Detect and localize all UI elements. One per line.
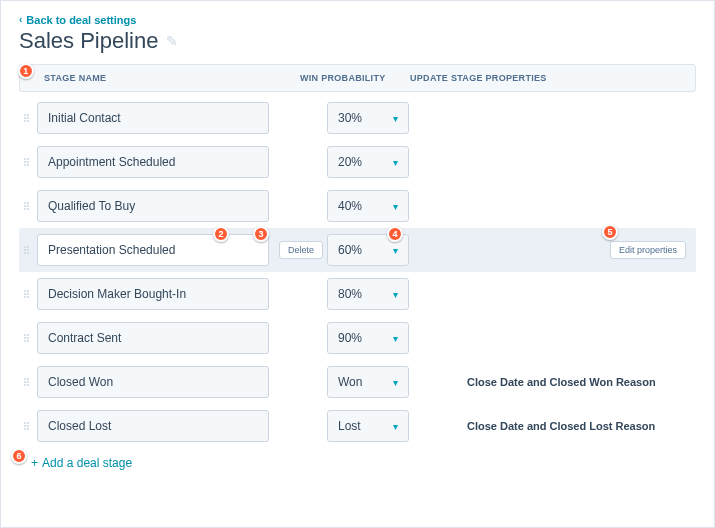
win-probability-value: 20% (338, 155, 362, 169)
stage-name-input[interactable]: Appointment Scheduled (37, 146, 269, 178)
win-probability-select[interactable]: 40%▾ (327, 190, 409, 222)
column-header-win-probability: WIN PROBABILITY (300, 73, 410, 83)
win-probability-value: 90% (338, 331, 362, 345)
column-header-stage-name: STAGE NAME (30, 73, 300, 83)
stage-name-input[interactable]: Initial Contact (37, 102, 269, 134)
win-probability-select[interactable]: 80%▾ (327, 278, 409, 310)
callout-5: 5 (602, 224, 618, 240)
back-link-text: Back to deal settings (26, 14, 136, 26)
callout-1: 1 (18, 63, 34, 79)
drag-handle-icon[interactable] (19, 378, 31, 386)
stage-row: Closed WonWon▾Close Date and Closed Won … (19, 360, 696, 404)
chevron-down-icon: ▾ (393, 157, 398, 168)
update-stage-properties-text: Close Date and Closed Lost Reason (437, 420, 655, 432)
win-probability-value: 40% (338, 199, 362, 213)
chevron-down-icon: ▾ (393, 289, 398, 300)
stage-row: Closed LostLost▾Close Date and Closed Lo… (19, 404, 696, 448)
chevron-down-icon: ▾ (393, 113, 398, 124)
callout-3: 3 (253, 226, 269, 242)
delete-stage-button[interactable]: Delete (279, 241, 323, 259)
add-deal-stage-link[interactable]: + Add a deal stage (31, 456, 132, 470)
stage-row: Initial Contact30%▾ (19, 96, 696, 140)
plus-icon: + (31, 456, 38, 470)
chevron-down-icon: ▾ (393, 333, 398, 344)
stage-row: Appointment Scheduled20%▾ (19, 140, 696, 184)
win-probability-value: 30% (338, 111, 362, 125)
chevron-left-icon: ‹ (19, 14, 22, 25)
drag-handle-icon[interactable] (19, 334, 31, 342)
drag-handle-icon[interactable] (19, 246, 31, 254)
win-probability-select[interactable]: Lost▾ (327, 410, 409, 442)
drag-handle-icon[interactable] (19, 158, 31, 166)
stage-row: Presentation Scheduled2Delete360%▾4Edit … (19, 228, 696, 272)
stage-name-input[interactable]: Closed Won (37, 366, 269, 398)
win-probability-select[interactable]: 90%▾ (327, 322, 409, 354)
win-probability-select[interactable]: Won▾ (327, 366, 409, 398)
callout-2: 2 (213, 226, 229, 242)
add-deal-stage-text: Add a deal stage (42, 456, 132, 470)
edit-properties-button[interactable]: Edit properties (610, 241, 686, 259)
chevron-down-icon: ▾ (393, 377, 398, 388)
drag-handle-icon[interactable] (19, 202, 31, 210)
win-probability-value: Lost (338, 419, 361, 433)
stage-table-header: 1 STAGE NAME WIN PROBABILITY UPDATE STAG… (19, 64, 696, 92)
stage-name-input[interactable]: Decision Maker Bought-In (37, 278, 269, 310)
win-probability-select[interactable]: 20%▾ (327, 146, 409, 178)
win-probability-value: Won (338, 375, 362, 389)
win-probability-select[interactable]: 30%▾ (327, 102, 409, 134)
back-to-deal-settings-link[interactable]: ‹ Back to deal settings (19, 14, 136, 26)
chevron-down-icon: ▾ (393, 201, 398, 212)
chevron-down-icon: ▾ (393, 245, 398, 256)
page-title: Sales Pipeline (19, 28, 158, 54)
stage-name-input[interactable]: Closed Lost (37, 410, 269, 442)
drag-handle-icon[interactable] (19, 114, 31, 122)
update-stage-properties-text: Close Date and Closed Won Reason (437, 376, 656, 388)
callout-4: 4 (387, 226, 403, 242)
edit-title-icon[interactable]: ✎ (166, 33, 178, 49)
callout-6: 6 (11, 448, 27, 464)
win-probability-value: 80% (338, 287, 362, 301)
stage-row: Qualified To Buy40%▾ (19, 184, 696, 228)
column-header-update-properties: UPDATE STAGE PROPERTIES (410, 73, 685, 83)
stage-name-input[interactable]: Contract Sent (37, 322, 269, 354)
stage-row: Decision Maker Bought-In80%▾ (19, 272, 696, 316)
stage-name-input[interactable]: Qualified To Buy (37, 190, 269, 222)
drag-handle-icon[interactable] (19, 422, 31, 430)
chevron-down-icon: ▾ (393, 421, 398, 432)
stage-row: Contract Sent90%▾ (19, 316, 696, 360)
win-probability-value: 60% (338, 243, 362, 257)
drag-handle-icon[interactable] (19, 290, 31, 298)
stage-name-input[interactable]: Presentation Scheduled (37, 234, 269, 266)
